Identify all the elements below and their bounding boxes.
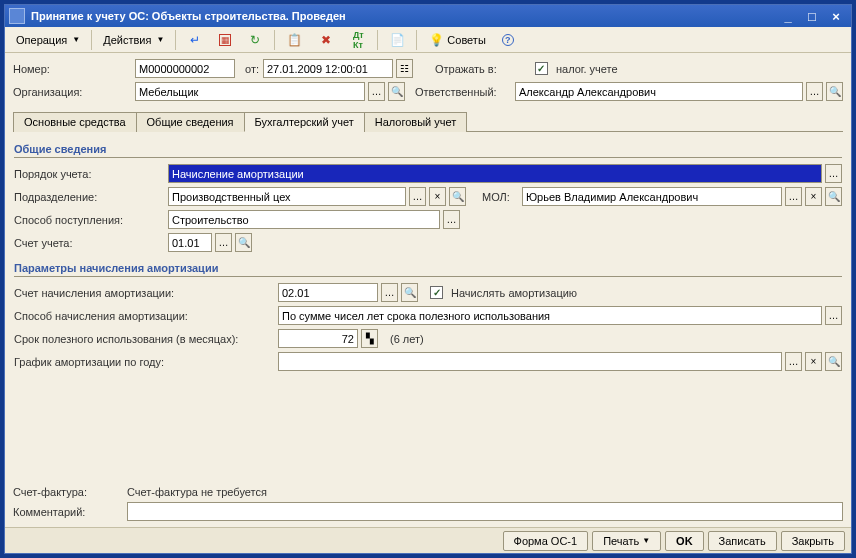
org-select-btn[interactable]: … bbox=[368, 82, 385, 101]
schedule-select-btn[interactable]: … bbox=[785, 352, 802, 371]
titlebar: Принятие к учету ОС: Объекты строительст… bbox=[5, 5, 851, 27]
schedule-label: График амортизации по году: bbox=[14, 356, 274, 368]
responsible-input[interactable]: Александр Александрович bbox=[515, 82, 803, 101]
responsible-label: Ответственный: bbox=[415, 86, 511, 98]
schedule-clear-btn[interactable]: × bbox=[805, 352, 822, 371]
account-select-btn[interactable]: … bbox=[215, 233, 232, 252]
do-amort-label: Начислять амортизацию bbox=[451, 287, 577, 299]
schedule-input[interactable] bbox=[278, 352, 782, 371]
account-label: Счет учета: bbox=[14, 237, 164, 249]
help-icon[interactable]: ? bbox=[495, 30, 521, 50]
doc-icon[interactable]: ▦ bbox=[212, 30, 238, 50]
form-os1-button[interactable]: Форма ОС-1 bbox=[503, 531, 589, 551]
subdiv-input[interactable]: Производственный цех bbox=[168, 187, 406, 206]
date-input[interactable]: 27.01.2009 12:00:01 bbox=[263, 59, 393, 78]
receipt-label: Способ поступления: bbox=[14, 214, 164, 226]
app-icon bbox=[9, 8, 25, 24]
window-title: Принятие к учету ОС: Объекты строительст… bbox=[31, 10, 777, 22]
method-label: Способ начисления амортизации: bbox=[14, 310, 274, 322]
close-button[interactable]: × bbox=[825, 7, 847, 25]
do-amort-checkbox[interactable]: ✓ bbox=[430, 286, 443, 299]
method-select-btn[interactable]: … bbox=[825, 306, 842, 325]
unpost-icon[interactable]: ✖ bbox=[311, 30, 341, 50]
term-years: (6 лет) bbox=[390, 333, 424, 345]
mol-search-icon[interactable]: 🔍 bbox=[825, 187, 842, 206]
back-icon[interactable]: ↵ bbox=[180, 30, 210, 50]
dtkt-icon[interactable]: ДтКт bbox=[343, 30, 373, 50]
term-stepper[interactable]: ▚ bbox=[361, 329, 378, 348]
subdiv-clear-btn[interactable]: × bbox=[429, 187, 446, 206]
from-label: от: bbox=[245, 63, 259, 75]
subdiv-search-icon[interactable]: 🔍 bbox=[449, 187, 466, 206]
amort-acc-search-icon[interactable]: 🔍 bbox=[401, 283, 418, 302]
order-label: Порядок учета: bbox=[14, 168, 164, 180]
mol-input[interactable]: Юрьев Владимир Александрович bbox=[522, 187, 782, 206]
org-label: Организация: bbox=[13, 86, 131, 98]
number-label: Номер: bbox=[13, 63, 131, 75]
ok-button[interactable]: OK bbox=[665, 531, 704, 551]
close-window-button[interactable]: Закрыть bbox=[781, 531, 845, 551]
responsible-search-icon[interactable]: 🔍 bbox=[826, 82, 843, 101]
actions-menu[interactable]: Действия▼ bbox=[96, 30, 171, 50]
minimize-button[interactable]: _ bbox=[777, 7, 799, 25]
comment-input[interactable] bbox=[127, 502, 843, 521]
account-input[interactable]: 01.01 bbox=[168, 233, 212, 252]
receipt-input[interactable]: Строительство bbox=[168, 210, 440, 229]
responsible-select-btn[interactable]: … bbox=[806, 82, 823, 101]
mol-label: МОЛ: bbox=[482, 191, 518, 203]
refresh-icon[interactable]: ↻ bbox=[240, 30, 270, 50]
calendar-icon[interactable]: ☷ bbox=[396, 59, 413, 78]
footer: Форма ОС-1 Печать▼ OK Записать Закрыть bbox=[5, 527, 851, 553]
mol-clear-btn[interactable]: × bbox=[805, 187, 822, 206]
order-input[interactable]: Начисление амортизации bbox=[168, 164, 822, 183]
mol-select-btn[interactable]: … bbox=[785, 187, 802, 206]
org-input[interactable]: Мебельщик bbox=[135, 82, 365, 101]
amort-acc-input[interactable]: 02.01 bbox=[278, 283, 378, 302]
tax-label: налог. учете bbox=[556, 63, 618, 75]
order-select-btn[interactable]: … bbox=[825, 164, 842, 183]
post-icon[interactable]: 📋 bbox=[279, 30, 309, 50]
operation-menu[interactable]: Операция▼ bbox=[9, 30, 87, 50]
maximize-button[interactable]: □ bbox=[801, 7, 823, 25]
receipt-select-btn[interactable]: … bbox=[443, 210, 460, 229]
tab-fixed-assets[interactable]: Основные средства bbox=[13, 112, 137, 132]
invoice-value: Счет-фактура не требуется bbox=[127, 486, 267, 498]
tab-general[interactable]: Общие сведения bbox=[136, 112, 245, 132]
save-button[interactable]: Записать bbox=[708, 531, 777, 551]
subdiv-select-btn[interactable]: … bbox=[409, 187, 426, 206]
report-icon[interactable]: 📄 bbox=[382, 30, 412, 50]
schedule-search-icon[interactable]: 🔍 bbox=[825, 352, 842, 371]
method-input[interactable]: По сумме чисел лет срока полезного испол… bbox=[278, 306, 822, 325]
tab-tax[interactable]: Налоговый учет bbox=[364, 112, 468, 132]
comment-label: Комментарий: bbox=[13, 506, 123, 518]
subdiv-label: Подразделение: bbox=[14, 191, 164, 203]
tax-checkbox[interactable]: ✓ bbox=[535, 62, 548, 75]
number-input[interactable]: М0000000002 bbox=[135, 59, 235, 78]
amort-acc-label: Счет начисления амортизации: bbox=[14, 287, 274, 299]
org-search-icon[interactable]: 🔍 bbox=[388, 82, 405, 101]
print-button[interactable]: Печать▼ bbox=[592, 531, 661, 551]
amort-acc-select-btn[interactable]: … bbox=[381, 283, 398, 302]
tips-button[interactable]: 💡Советы bbox=[421, 30, 492, 50]
term-input[interactable]: 72 bbox=[278, 329, 358, 348]
term-label: Срок полезного использования (в месяцах)… bbox=[14, 333, 274, 345]
section-general-title: Общие сведения bbox=[14, 139, 842, 158]
section-amort-title: Параметры начисления амортизации bbox=[14, 258, 842, 277]
toolbar: Операция▼ Действия▼ ↵ ▦ ↻ 📋 ✖ ДтКт 📄 💡Со… bbox=[5, 27, 851, 53]
account-search-icon[interactable]: 🔍 bbox=[235, 233, 252, 252]
tabs: Основные средства Общие сведения Бухгалт… bbox=[13, 111, 843, 132]
invoice-label: Счет-фактура: bbox=[13, 486, 123, 498]
tab-accounting[interactable]: Бухгалтерский учет bbox=[244, 112, 365, 132]
reflect-label: Отражать в: bbox=[435, 63, 531, 75]
